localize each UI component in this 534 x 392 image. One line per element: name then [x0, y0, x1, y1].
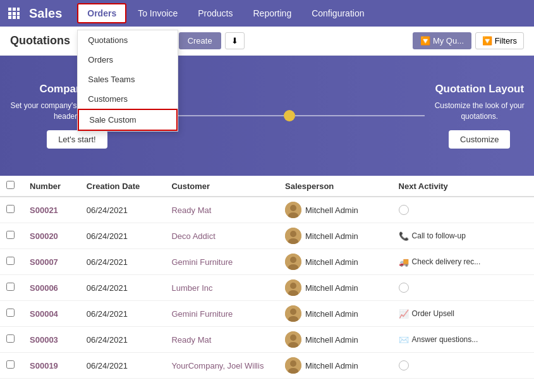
select-all-checkbox[interactable] — [6, 181, 15, 189]
dd-sales-teams[interactable]: Sales Teams — [78, 70, 178, 89]
row-number[interactable]: S00007 — [23, 249, 80, 275]
dd-sale-custom[interactable]: Sale Custom — [78, 109, 178, 131]
svg-rect-3 — [8, 12, 11, 15]
svg-point-28 — [290, 360, 296, 367]
row-salesperson: Mitchell Admin — [279, 249, 392, 275]
row-number[interactable]: S00003 — [23, 327, 80, 353]
dd-customers[interactable]: Customers — [78, 89, 178, 109]
row-checkbox[interactable] — [6, 360, 15, 369]
row-number[interactable]: S00019 — [23, 353, 80, 379]
row-activity — [392, 353, 534, 379]
nav-configuration[interactable]: Configuration — [303, 4, 373, 22]
row-date: 06/24/2021 — [80, 353, 166, 379]
avatar — [285, 228, 301, 244]
activity-label: Check delivery rec... — [412, 257, 481, 266]
row-number[interactable]: S00021 — [23, 197, 80, 223]
svg-point-19 — [290, 283, 296, 289]
table-row: S0002006/24/2021Deco Addict Mitchell Adm… — [0, 223, 534, 249]
svg-rect-5 — [17, 12, 20, 15]
col-header-date: Creation Date — [80, 176, 166, 197]
hero-line-right — [295, 115, 425, 116]
row-salesperson: Mitchell Admin — [279, 223, 392, 249]
row-activity: 📞Call to follow-up — [392, 223, 534, 249]
col-header-number: Number — [23, 176, 80, 197]
activity-label: Answer questions... — [412, 335, 478, 344]
salesperson-name: Mitchell Admin — [305, 309, 358, 319]
hero-quotation-title: Quotation Layout — [425, 83, 534, 95]
salesperson-name: Mitchell Admin — [305, 231, 358, 241]
row-date: 06/24/2021 — [80, 249, 166, 275]
row-customer[interactable]: Gemini Furniture — [165, 249, 279, 275]
activity-label: Order Upsell — [412, 309, 454, 318]
phone-icon: 📞 — [399, 231, 409, 241]
svg-rect-2 — [17, 8, 20, 11]
row-number[interactable]: S00004 — [23, 301, 80, 327]
row-checkbox[interactable] — [6, 257, 15, 265]
avatar — [285, 305, 301, 322]
salesperson-name: Mitchell Admin — [305, 205, 358, 215]
row-checkbox[interactable] — [6, 309, 15, 317]
row-activity: 🚚Check delivery rec... — [392, 249, 534, 275]
svg-point-13 — [290, 231, 296, 237]
row-checkbox[interactable] — [6, 334, 15, 343]
row-customer[interactable]: Ready Mat — [165, 327, 279, 353]
row-number[interactable]: S00020 — [23, 223, 80, 249]
dd-orders[interactable]: Orders — [78, 50, 178, 70]
download-button[interactable]: ⬇ — [225, 32, 245, 49]
top-navigation: Sales Orders Quotations Orders Sales Tea… — [0, 0, 534, 27]
nav-to-invoice[interactable]: To Invoice — [129, 4, 186, 22]
create-button[interactable]: Create — [179, 32, 221, 49]
col-header-activity: Next Activity — [392, 176, 534, 197]
nav-items: Orders Quotations Orders Sales Teams Cus… — [77, 3, 373, 23]
row-salesperson: Mitchell Admin — [279, 301, 392, 327]
svg-rect-6 — [8, 16, 11, 19]
svg-rect-4 — [13, 12, 16, 15]
row-customer[interactable]: Lumber Inc — [165, 275, 279, 301]
row-date: 06/24/2021 — [80, 301, 166, 327]
row-date: 06/24/2021 — [80, 275, 166, 301]
orders-dropdown-menu: Quotations Orders Sales Teams Customers … — [77, 30, 178, 132]
salesperson-name: Mitchell Admin — [305, 335, 358, 345]
row-checkbox[interactable] — [6, 231, 15, 239]
svg-point-22 — [290, 309, 296, 315]
svg-rect-7 — [13, 16, 16, 19]
row-customer[interactable]: YourCompany, Joel Willis — [165, 353, 279, 379]
hero-quotation-desc: Customize the look of your quotations. — [425, 101, 534, 122]
col-header-customer: Customer — [165, 176, 279, 197]
svg-rect-1 — [13, 8, 16, 11]
truck-icon: 🚚 — [399, 257, 409, 267]
hero-quotation-layout: Quotation Layout Customize the look of y… — [425, 83, 534, 149]
activity-circle-icon — [399, 283, 409, 293]
table-row: S0000406/24/2021Gemini Furniture Mitchel… — [0, 301, 534, 327]
row-number[interactable]: S00006 — [23, 275, 80, 301]
hero-dot — [284, 110, 295, 121]
hero-lets-start-button[interactable]: Let's start! — [47, 130, 107, 149]
svg-point-25 — [290, 334, 296, 341]
row-activity: 📈Order Upsell — [392, 301, 534, 327]
row-customer[interactable]: Ready Mat — [165, 197, 279, 223]
svg-rect-0 — [8, 8, 11, 11]
svg-rect-8 — [17, 16, 20, 19]
row-customer[interactable]: Deco Addict — [165, 223, 279, 249]
orders-dropdown-container: Orders Quotations Orders Sales Teams Cus… — [77, 3, 126, 23]
nav-orders[interactable]: Orders — [77, 3, 126, 23]
avatar — [285, 202, 301, 218]
hero-customize-button[interactable]: Customize — [449, 130, 510, 149]
row-checkbox[interactable] — [6, 205, 15, 213]
activity-circle-icon — [399, 360, 409, 371]
row-date: 06/24/2021 — [80, 223, 166, 249]
salesperson-name: Mitchell Admin — [305, 283, 358, 293]
grid-icon[interactable] — [5, 4, 23, 22]
dd-quotations[interactable]: Quotations — [78, 30, 178, 50]
avatar — [285, 331, 301, 348]
row-customer[interactable]: Gemini Furniture — [165, 301, 279, 327]
my-quotations-button[interactable]: 🔽 My Qu... — [413, 32, 471, 49]
row-checkbox[interactable] — [6, 283, 15, 291]
row-salesperson: Mitchell Admin — [279, 197, 392, 223]
nav-products[interactable]: Products — [189, 4, 241, 22]
row-date: 06/24/2021 — [80, 327, 166, 353]
svg-point-16 — [290, 257, 296, 263]
row-salesperson: Mitchell Admin — [279, 327, 392, 353]
filters-button[interactable]: 🔽 Filters — [475, 32, 524, 49]
nav-reporting[interactable]: Reporting — [244, 4, 300, 22]
